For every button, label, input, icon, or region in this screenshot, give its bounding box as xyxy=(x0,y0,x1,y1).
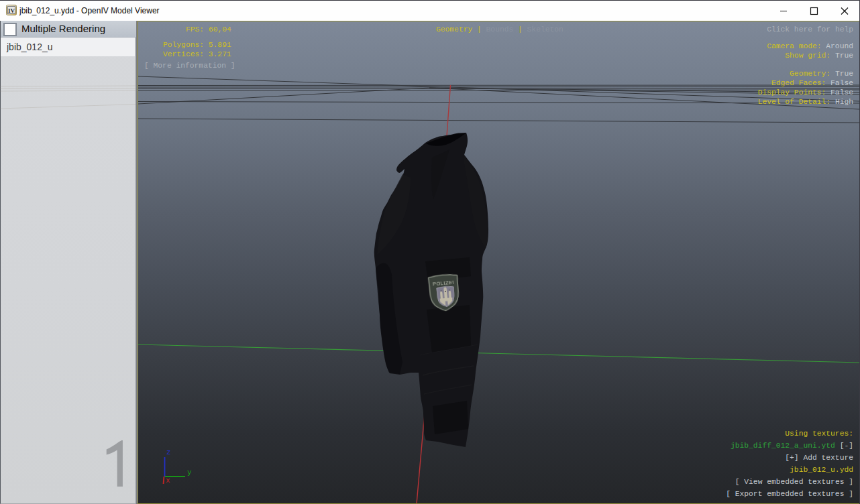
svg-text:z: z xyxy=(166,448,171,456)
svg-text:x: x xyxy=(166,477,170,485)
svg-text:IV: IV xyxy=(8,7,15,14)
svg-text:y: y xyxy=(187,468,192,477)
